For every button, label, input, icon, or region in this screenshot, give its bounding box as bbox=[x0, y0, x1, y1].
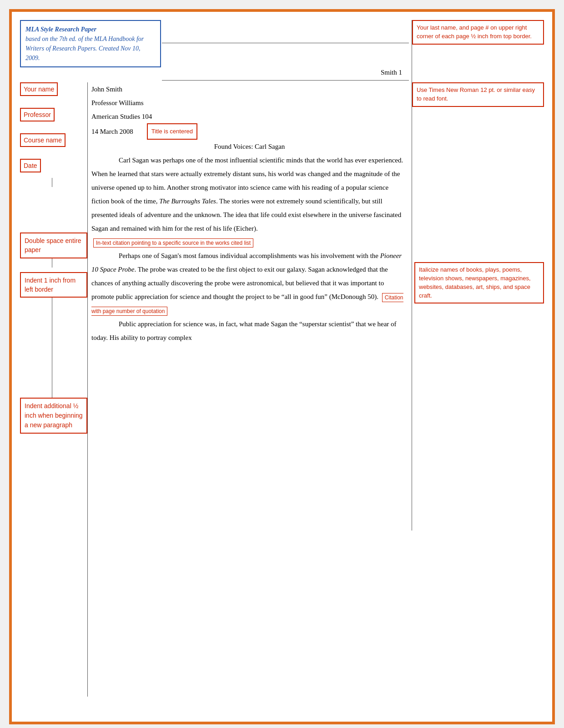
professor-value: Professor Williams bbox=[91, 99, 144, 106]
outer-border: MLA Style Research Paper based on the 7t… bbox=[9, 9, 555, 724]
paper-title-line: Found Voices: Carl Sagan bbox=[91, 140, 408, 153]
left-annotations: Your name Professor Course name Date Dou… bbox=[20, 82, 87, 434]
mla-subtitle: based on the 7th ed. of the MLA Handbook… bbox=[25, 35, 144, 61]
top-right-note-content: Your last name, and page # on upper righ… bbox=[412, 20, 544, 45]
course-name-label: Course name bbox=[20, 133, 65, 147]
font-note-box: Use Times New Roman 12 pt. or similar ea… bbox=[412, 82, 544, 107]
paper-title: Found Voices: Carl Sagan bbox=[214, 143, 285, 150]
indent2-label: Indent additional ½ inch when beginning … bbox=[20, 398, 87, 434]
page-number: Smith 1 bbox=[381, 69, 402, 76]
student-name-line: John Smith bbox=[91, 82, 408, 96]
double-space-annotation: Double space entire paper bbox=[20, 233, 87, 258]
italicize-note-box: Italicize names of books, plays, poems, … bbox=[414, 262, 544, 303]
font-note-content: Use Times New Roman 12 pt. or similar ea… bbox=[412, 82, 544, 107]
mla-info-content: MLA Style Research Paper based on the 7t… bbox=[20, 20, 161, 67]
italicize-note-content: Italicize names of books, plays, poems, … bbox=[414, 262, 544, 303]
paper-area: John Smith Professor Williams American S… bbox=[91, 82, 408, 344]
intext-citation-note: In-text citation pointing to a specific … bbox=[93, 238, 253, 248]
paragraph-3-text: Public appreciation for science was, in … bbox=[91, 317, 408, 344]
course-line: American Studies 104 bbox=[91, 110, 408, 123]
indent1-annotation: Indent 1 inch from left border bbox=[20, 272, 87, 298]
body-paragraph-3: Public appreciation for science was, in … bbox=[91, 317, 408, 344]
your-name-label: Your name bbox=[20, 82, 58, 96]
professor-label: Professor bbox=[20, 108, 55, 121]
your-name-annotation: Your name bbox=[20, 82, 87, 101]
professor-annotation: Professor bbox=[20, 108, 87, 127]
left-vline-3 bbox=[52, 298, 52, 398]
left-vline-1 bbox=[52, 178, 52, 187]
paragraph-1-text: Carl Sagan was perhaps one of the most i… bbox=[91, 153, 408, 235]
professor-line: Professor Williams bbox=[91, 96, 408, 110]
right-vline-mid bbox=[412, 121, 412, 531]
date-line: 14 March 2008 Title is centered bbox=[91, 123, 408, 140]
body-paragraph-1: Carl Sagan was perhaps one of the most i… bbox=[91, 153, 408, 249]
date-annotation: Date bbox=[20, 159, 87, 178]
date-label: Date bbox=[20, 159, 41, 172]
date-value: 14 March 2008 bbox=[91, 125, 133, 138]
top-right-note-box: Your last name, and page # on upper righ… bbox=[412, 20, 544, 45]
paragraph-2-text: Perhaps one of Sagan's most famous indiv… bbox=[91, 249, 408, 317]
course-value: American Studies 104 bbox=[91, 113, 152, 120]
indent2-annotation: Indent additional ½ inch when beginning … bbox=[20, 398, 87, 434]
mla-info-box: MLA Style Research Paper based on the 7t… bbox=[20, 20, 161, 67]
indent1-label: Indent 1 inch from left border bbox=[20, 272, 87, 298]
title-centered-note: Title is centered bbox=[147, 123, 197, 140]
citation-page-note: Citation with page number of quotation bbox=[91, 293, 403, 316]
left-vline-2 bbox=[52, 258, 52, 268]
mid-hline bbox=[162, 80, 409, 81]
left-main-vline bbox=[87, 82, 88, 697]
double-space-label: Double space entire paper bbox=[20, 233, 87, 258]
student-name: John Smith bbox=[91, 86, 122, 93]
mla-title: MLA Style Research Paper bbox=[25, 26, 96, 33]
top-hline bbox=[162, 43, 409, 43]
page-layout: MLA Style Research Paper based on the 7t… bbox=[16, 16, 548, 717]
course-name-annotation: Course name bbox=[20, 133, 87, 152]
body-paragraph-2: Perhaps one of Sagan's most famous indiv… bbox=[91, 249, 408, 317]
